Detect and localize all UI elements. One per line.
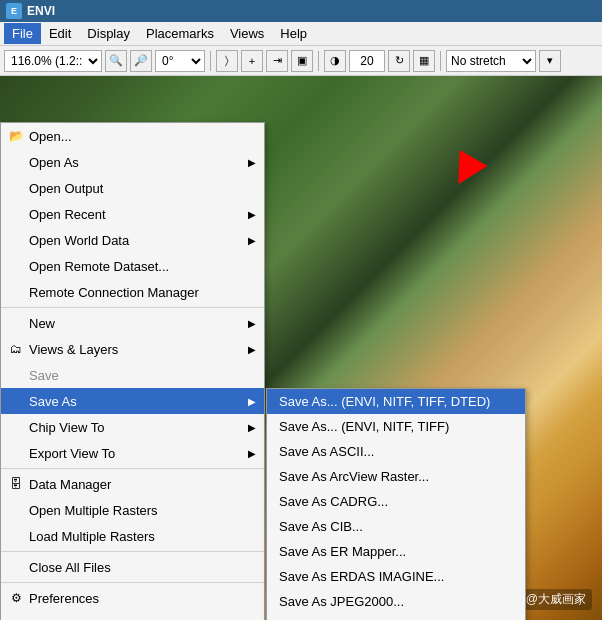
data-manager-icon: 🗄 xyxy=(7,475,25,493)
arrow-icon-chip: ▶ xyxy=(248,422,256,433)
saveas-pci[interactable]: Save As PCI... xyxy=(267,614,525,620)
menu-views[interactable]: Views xyxy=(222,23,272,44)
toolbar-separator-3 xyxy=(440,51,441,71)
menu-file[interactable]: File xyxy=(4,23,41,44)
separator-3 xyxy=(1,551,264,552)
saveas-submenu: Save As... (ENVI, NITF, TIFF, DTED) Save… xyxy=(266,388,526,620)
toolbar-separator-1 xyxy=(210,51,211,71)
menu-shortcut-manager[interactable]: Shortcut Manager xyxy=(1,611,264,620)
saveas-cib[interactable]: Save As CIB... xyxy=(267,514,525,539)
titlebar: E ENVI xyxy=(0,0,602,22)
saveas-envi-nitf-tiff-dted[interactable]: Save As... (ENVI, NITF, TIFF, DTED) xyxy=(267,389,525,414)
menu-preferences[interactable]: ⚙ Preferences xyxy=(1,585,264,611)
separator-1 xyxy=(1,307,264,308)
arrow-icon: ▶ xyxy=(248,157,256,168)
measure-btn[interactable]: ⇥ xyxy=(266,50,288,72)
saveas-arcview[interactable]: Save As ArcView Raster... xyxy=(267,464,525,489)
arrow-icon-views: ▶ xyxy=(248,344,256,355)
main-area: 知乎 @大威画家 📂 Open... Open As ▶ Open Output… xyxy=(0,76,602,620)
arrow-icon-recent: ▶ xyxy=(248,209,256,220)
toolbar: 116.0% (1.2:: 🔍 🔎 0° 〉 + ⇥ ▣ ◑ ↻ ▦ No st… xyxy=(0,46,602,76)
app-title: ENVI xyxy=(27,4,55,18)
menu-save: Save xyxy=(1,362,264,388)
arrow-icon-saveas: ▶ xyxy=(248,396,256,407)
saveas-cadrg[interactable]: Save As CADRG... xyxy=(267,489,525,514)
layers-icon: 🗂 xyxy=(7,340,25,358)
saveas-erdas[interactable]: Save As ERDAS IMAGINE... xyxy=(267,564,525,589)
menu-open-output[interactable]: Open Output xyxy=(1,175,264,201)
menu-chip-view[interactable]: Chip View To ▶ xyxy=(1,414,264,440)
crosshair-btn[interactable]: + xyxy=(241,50,263,72)
menu-close-all[interactable]: Close All Files xyxy=(1,554,264,580)
zoom-select[interactable]: 116.0% (1.2:: xyxy=(4,50,102,72)
menu-open-recent[interactable]: Open Recent ▶ xyxy=(1,201,264,227)
menubar: File Edit Display Placemarks Views Help xyxy=(0,22,602,46)
refresh-btn[interactable]: ↻ xyxy=(388,50,410,72)
arrow-icon-export: ▶ xyxy=(248,448,256,459)
arrow-icon-new: ▶ xyxy=(248,318,256,329)
saveas-jpeg2000[interactable]: Save As JPEG2000... xyxy=(267,589,525,614)
contrast-icon: ◑ xyxy=(324,50,346,72)
app-icon: E xyxy=(6,3,22,19)
menu-open-remote-dataset[interactable]: Open Remote Dataset... xyxy=(1,253,264,279)
stretch-settings-btn[interactable]: ▾ xyxy=(539,50,561,72)
saveas-envi-nitf-tiff[interactable]: Save As... (ENVI, NITF, TIFF) xyxy=(267,414,525,439)
zoom-in-btn[interactable]: 🔎 xyxy=(130,50,152,72)
saveas-er-mapper[interactable]: Save As ER Mapper... xyxy=(267,539,525,564)
overview-btn[interactable]: ▣ xyxy=(291,50,313,72)
menu-save-as[interactable]: Save As ▶ Save As... (ENVI, NITF, TIFF, … xyxy=(1,388,264,414)
menu-display[interactable]: Display xyxy=(79,23,138,44)
menu-open[interactable]: 📂 Open... xyxy=(1,123,264,149)
toolbar-separator-2 xyxy=(318,51,319,71)
menu-export-view[interactable]: Export View To ▶ xyxy=(1,440,264,466)
brightness-input[interactable] xyxy=(349,50,385,72)
preferences-icon: ⚙ xyxy=(7,589,25,607)
menu-open-as[interactable]: Open As ▶ xyxy=(1,149,264,175)
menu-placemarks[interactable]: Placemarks xyxy=(138,23,222,44)
separator-4 xyxy=(1,582,264,583)
histogram-btn[interactable]: ▦ xyxy=(413,50,435,72)
menu-edit[interactable]: Edit xyxy=(41,23,79,44)
hand-tool-btn[interactable]: 〉 xyxy=(216,50,238,72)
menu-new[interactable]: New ▶ xyxy=(1,310,264,336)
arrow-icon-world: ▶ xyxy=(248,235,256,246)
menu-views-layers[interactable]: 🗂 Views & Layers ▶ xyxy=(1,336,264,362)
zoom-out-btn[interactable]: 🔍 xyxy=(105,50,127,72)
open-icon: 📂 xyxy=(7,127,25,145)
menu-remote-connection[interactable]: Remote Connection Manager xyxy=(1,279,264,305)
stretch-select[interactable]: No stretch xyxy=(446,50,536,72)
separator-2 xyxy=(1,468,264,469)
menu-help[interactable]: Help xyxy=(272,23,315,44)
menu-data-manager[interactable]: 🗄 Data Manager xyxy=(1,471,264,497)
menu-open-multiple[interactable]: Open Multiple Rasters xyxy=(1,497,264,523)
rotation-select[interactable]: 0° xyxy=(155,50,205,72)
saveas-ascii[interactable]: Save As ASCII... xyxy=(267,439,525,464)
file-menu-dropdown: 📂 Open... Open As ▶ Open Output Open Rec… xyxy=(0,122,265,620)
menu-open-world-data[interactable]: Open World Data ▶ xyxy=(1,227,264,253)
menu-load-multiple[interactable]: Load Multiple Rasters xyxy=(1,523,264,549)
